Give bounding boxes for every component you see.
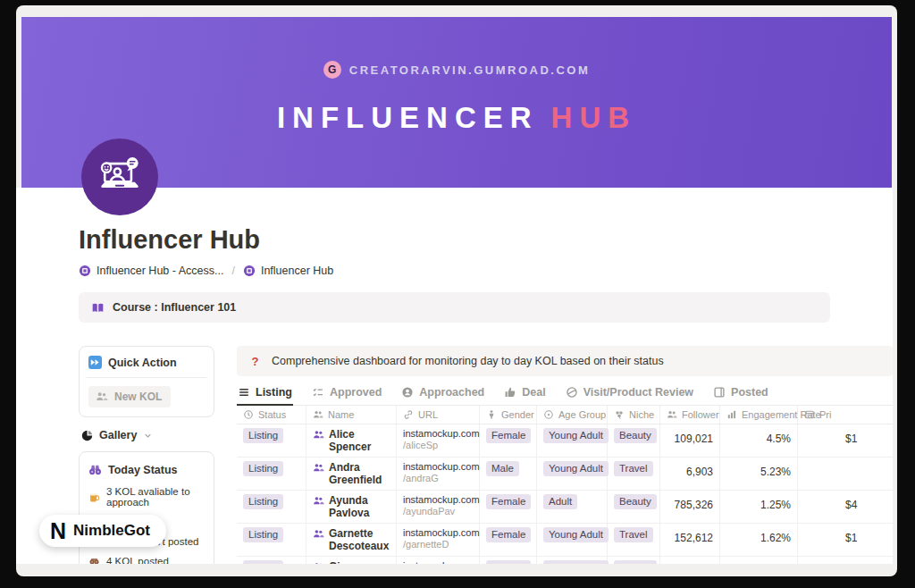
cell-url[interactable]: instamockup.com/garnetteD bbox=[397, 524, 480, 556]
column-header-age_group[interactable]: Age Group bbox=[537, 406, 608, 424]
tab-posted[interactable]: Posted bbox=[712, 383, 769, 406]
gender-pill: Female bbox=[486, 428, 531, 443]
column-header-status[interactable]: Status bbox=[237, 406, 306, 424]
column-header-label: Follower bbox=[682, 409, 719, 420]
cell-age_group[interactable]: Adult bbox=[537, 491, 608, 523]
cell-status[interactable]: Listing bbox=[237, 524, 306, 556]
target-icon bbox=[543, 409, 554, 420]
cell-gender[interactable]: Female bbox=[480, 424, 537, 457]
column-header-follower[interactable]: Follower bbox=[660, 406, 720, 424]
tab-deal[interactable]: Deal bbox=[503, 383, 546, 406]
list-icon bbox=[238, 386, 250, 399]
today-status-item-text: 4 KOL posted bbox=[106, 556, 169, 565]
gallery-view-toggle[interactable]: Gallery bbox=[81, 429, 214, 441]
cell-gender[interactable]: Female bbox=[480, 557, 537, 564]
fast-forward-icon bbox=[88, 356, 102, 369]
table-row: ListingAlice Spencerinstamockup.com/alic… bbox=[237, 424, 893, 458]
cell-engagement_rate[interactable]: 1.62% bbox=[720, 524, 798, 556]
cell-url[interactable]: instamockup.com/ginaLan bbox=[397, 557, 480, 564]
course-callout[interactable]: Course : Influencer 101 bbox=[79, 292, 830, 323]
engagement_rate-value: 4.13% bbox=[726, 560, 791, 564]
url-path: /ayundaPav bbox=[403, 506, 473, 517]
cell-age_group[interactable]: Young Adult bbox=[537, 424, 608, 457]
cell-status[interactable]: Listing bbox=[237, 424, 306, 457]
cell-name[interactable]: Ayunda Pavlova bbox=[306, 491, 397, 523]
tab-visit-product-review[interactable]: Visit/Product Review bbox=[565, 383, 694, 406]
today-status-label: Today Status bbox=[108, 464, 178, 476]
camera-icon bbox=[88, 555, 100, 564]
cell-url[interactable]: instamockup.com/andraG bbox=[397, 458, 480, 490]
column-header-gender[interactable]: Gender bbox=[480, 406, 537, 424]
breadcrumb-item[interactable]: Influencer Hub bbox=[243, 265, 333, 277]
cell-engagement_rate[interactable]: 4.13% bbox=[720, 557, 798, 564]
cell-gender[interactable]: Male bbox=[480, 458, 537, 490]
cell-engagement_rate[interactable]: 5.23% bbox=[720, 458, 798, 490]
cell-niche[interactable]: Travel bbox=[608, 524, 660, 556]
cell-name[interactable]: Alice Spencer bbox=[306, 424, 397, 457]
breadcrumb-item[interactable]: Influencer Hub - Access... bbox=[79, 265, 223, 277]
column-header-niche[interactable]: Niche bbox=[608, 406, 660, 424]
nimblegot-label: NimbleGot bbox=[73, 522, 150, 540]
cell-price[interactable]: $1 bbox=[798, 524, 893, 556]
cell-niche[interactable]: Travel bbox=[608, 458, 660, 490]
people-icon bbox=[313, 462, 324, 474]
nimblegot-logo-icon: N bbox=[50, 518, 66, 543]
view-tabs: ListingApprovedApproachedDealVisit/Produ… bbox=[237, 383, 893, 406]
column-header-price[interactable]: Pri bbox=[798, 406, 893, 424]
cell-price[interactable] bbox=[798, 557, 893, 564]
app-page: G CREATORARVIN.GUMROAD.COM INFLUENCERHUB bbox=[16, 5, 897, 576]
column-header-url[interactable]: URL bbox=[397, 406, 480, 424]
cell-gender[interactable]: Female bbox=[480, 524, 537, 556]
cell-url[interactable]: instamockup.com/ayundaPav bbox=[397, 491, 480, 523]
cell-follower[interactable]: 785,326 bbox=[660, 491, 720, 523]
cell-engagement_rate[interactable]: 1.25% bbox=[720, 491, 798, 523]
cell-follower[interactable]: 6,903 bbox=[660, 458, 720, 490]
new-kol-button[interactable]: New KOL bbox=[88, 386, 171, 407]
cell-name[interactable]: Andra Greenfield bbox=[306, 458, 397, 490]
cell-price[interactable] bbox=[798, 458, 893, 490]
cell-follower[interactable]: 152,612 bbox=[660, 524, 720, 556]
tab-approved[interactable]: Approved bbox=[311, 383, 382, 406]
table-row: ListingGina Lancasterinstamockup.com/gin… bbox=[237, 557, 893, 564]
cell-age_group[interactable]: Young Adult bbox=[537, 458, 608, 490]
book-icon bbox=[91, 301, 105, 315]
follower-value: 109,021 bbox=[667, 428, 713, 449]
people-icon bbox=[313, 429, 324, 441]
cell-name[interactable]: Garnette Descoteaux bbox=[306, 524, 397, 556]
quick-action-label: Quick Action bbox=[108, 357, 177, 369]
cell-status[interactable]: Listing bbox=[237, 491, 306, 523]
price-value: $1 bbox=[804, 527, 891, 549]
quick-action-title: Quick Action bbox=[88, 356, 205, 369]
cell-price[interactable]: $4 bbox=[798, 491, 893, 523]
engagement_rate-value: 1.25% bbox=[726, 494, 791, 516]
cell-url[interactable]: instamockup.com/aliceSp bbox=[397, 424, 480, 457]
cell-follower[interactable]: 5,121 bbox=[660, 557, 720, 564]
cell-age_group[interactable]: Young Adult bbox=[537, 524, 608, 556]
tab-label: Listing bbox=[256, 386, 292, 399]
cell-gender[interactable]: Female bbox=[480, 491, 537, 523]
two-column-layout: Quick Action New KOL Gallery bbox=[79, 346, 893, 564]
cell-status[interactable]: Listing bbox=[237, 458, 306, 490]
cell-status[interactable]: Listing bbox=[237, 557, 306, 564]
cell-price[interactable]: $1 bbox=[798, 424, 893, 457]
follower-value: 6,903 bbox=[667, 461, 713, 483]
today-status-title: Today Status bbox=[88, 463, 205, 476]
cell-name[interactable]: Gina Lancaster bbox=[306, 557, 397, 564]
status-pill: Listing bbox=[243, 494, 283, 509]
cell-niche[interactable]: Beauty bbox=[608, 557, 660, 564]
niche-icon bbox=[614, 409, 625, 420]
cell-niche[interactable]: Beauty bbox=[608, 424, 660, 457]
column-header-name[interactable]: Name bbox=[306, 406, 397, 424]
tab-approached[interactable]: Approached bbox=[400, 383, 485, 406]
people-icon bbox=[313, 409, 323, 420]
age_group-pill: Young Adult bbox=[543, 527, 609, 542]
cell-follower[interactable]: 109,021 bbox=[660, 424, 720, 457]
description-text: Comprehensive dashboard for monitoring d… bbox=[272, 355, 664, 367]
cell-age_group[interactable]: Young Adult bbox=[537, 557, 608, 564]
chart-icon bbox=[726, 409, 737, 420]
gender-icon bbox=[486, 409, 497, 420]
column-header-engagement_rate[interactable]: Engagement Rate bbox=[720, 406, 798, 424]
tab-listing[interactable]: Listing bbox=[237, 383, 293, 406]
cell-niche[interactable]: Beauty bbox=[608, 491, 660, 523]
cell-engagement_rate[interactable]: 4.5% bbox=[720, 424, 798, 457]
